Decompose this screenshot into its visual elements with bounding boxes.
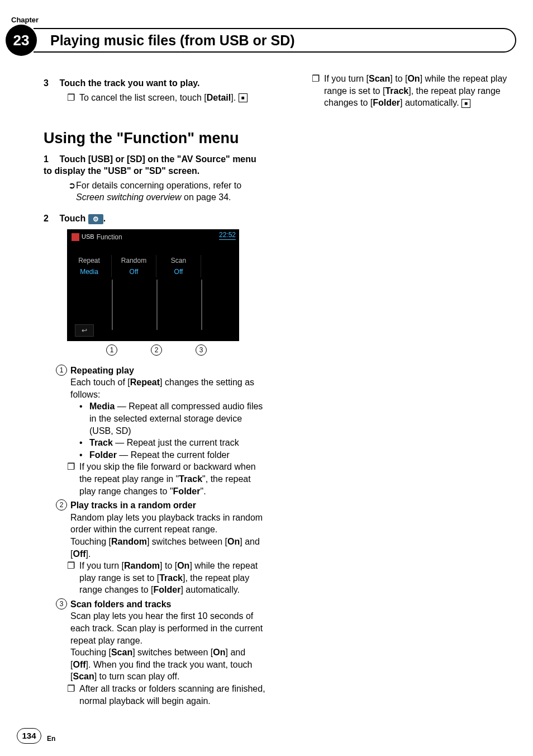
- step-1-ref: ➲ For details concerning operations, ref…: [67, 179, 266, 204]
- step-number: 2: [44, 212, 57, 225]
- note-text: If you skip the file forward or backward…: [79, 461, 266, 497]
- note-text: If you turn [Random] to [On] while the r…: [79, 560, 266, 596]
- media-bullet: •Media — Repeat all compressed audio fil…: [79, 400, 266, 437]
- note-text: To cancel the list screen, touch [Detail…: [79, 92, 266, 104]
- note-icon: ❐: [312, 73, 324, 109]
- usb-icon: [72, 233, 79, 241]
- bold: Random: [124, 561, 160, 570]
- note-icon: ❐: [67, 560, 79, 596]
- page-number: 134: [17, 728, 41, 744]
- step-heading: Touch [USB] or [SD] on the "AV Source" m…: [44, 154, 256, 176]
- random-value: Off: [112, 266, 156, 277]
- enum-2-body1: Random play lets you playback tracks in …: [70, 512, 266, 536]
- step-2: 2 Touch ⚙.: [44, 212, 266, 225]
- step-heading: Touch ⚙.: [59, 214, 106, 223]
- text: For details concerning operations, refer…: [76, 181, 241, 190]
- enum-2-head: 2 Play tracks in a random order: [56, 499, 266, 512]
- callout-1: 1: [106, 344, 117, 356]
- bold: Scan: [369, 74, 390, 83]
- scan-value: Off: [156, 266, 201, 277]
- text: ] automatically.: [180, 585, 240, 594]
- text: on page 34.: [182, 192, 231, 202]
- end-icon: ■: [461, 99, 470, 108]
- text: Each touch of [: [70, 377, 130, 387]
- bold: Random: [111, 537, 147, 546]
- enum-1-head: 1 Repeating play: [56, 365, 266, 377]
- text: Touching [: [70, 537, 111, 546]
- enum-heading: Play tracks in a random order: [70, 499, 196, 512]
- step-number: 3: [44, 77, 57, 89]
- chapter-label: Chapter: [11, 16, 39, 24]
- bold: Folder: [373, 98, 400, 107]
- chapter-number-badge: 23: [6, 25, 37, 56]
- bold: Folder: [173, 486, 201, 496]
- step-1: 1 Touch [USB] or [SD] on the "AV Source"…: [44, 153, 266, 177]
- text: ".: [200, 486, 206, 496]
- bold: Repeat: [130, 377, 160, 387]
- text: Function: [123, 130, 187, 147]
- text: If you turn [: [79, 561, 124, 570]
- note-icon: ❐: [67, 683, 79, 707]
- text: ] to [: [160, 561, 177, 570]
- enum-3-head: 3 Scan folders and tracks: [56, 598, 266, 611]
- bold: Scan: [111, 648, 132, 657]
- step-3-note: ❐ To cancel the list screen, touch [Deta…: [67, 92, 266, 104]
- note-icon: ❐: [67, 461, 79, 497]
- bold: Folder: [89, 450, 117, 460]
- text: — Repeat just the current track: [113, 438, 239, 447]
- text: ] to turn scan play off.: [94, 672, 180, 681]
- enum-3-body2: Touching [Scan] switches between [On] an…: [70, 646, 266, 683]
- bold: On: [213, 648, 225, 657]
- italic: Screen switching overview: [76, 192, 182, 202]
- repeat-value: Media: [67, 266, 112, 277]
- random-button[interactable]: Random: [112, 255, 156, 266]
- language-label: En: [47, 735, 55, 743]
- text: ] switches between [: [132, 648, 213, 657]
- function-label: Function: [97, 233, 122, 242]
- end-icon: ■: [239, 93, 248, 102]
- back-button[interactable]: ↩: [75, 324, 94, 337]
- text: — Repeat all compressed audio files in t…: [89, 401, 263, 435]
- clock: 22:52: [219, 230, 236, 240]
- enum-heading: Scan folders and tracks: [70, 598, 172, 611]
- bullet-icon: •: [79, 400, 89, 437]
- enum-2-body2: Touching [Random] switches between [On] …: [70, 536, 266, 560]
- enum-2-note: ❐ If you turn [Random] to [On] while the…: [67, 560, 266, 596]
- enum-1-body: Each touch of [Repeat] changes the setti…: [70, 376, 266, 400]
- enum-3-body1: Scan play lets you hear the first 10 sec…: [70, 610, 266, 646]
- text: ].: [86, 549, 91, 559]
- enum-number: 2: [56, 499, 67, 511]
- function-menu-screenshot: USB Function 22:52 Repeat Random Scan Me…: [67, 229, 239, 341]
- step-heading: Touch the track you want to play.: [59, 78, 199, 88]
- bold: Off: [73, 549, 85, 559]
- bullet-icon: •: [79, 449, 89, 461]
- text: ] switches between [: [147, 537, 227, 546]
- bold: On: [407, 74, 420, 83]
- enum-number: 1: [56, 365, 67, 376]
- step-number: 1: [44, 153, 57, 166]
- text: ].: [231, 93, 236, 102]
- enum-1-note: ❐ If you skip the file forward or backwa…: [67, 461, 266, 497]
- bold: On: [227, 537, 240, 546]
- bold: Scan: [73, 672, 94, 681]
- reference-icon: ➲: [67, 179, 76, 204]
- enum-heading: Repeating play: [70, 365, 134, 377]
- scan-button[interactable]: Scan: [156, 255, 201, 266]
- bold: Detail: [207, 93, 231, 102]
- folder-bullet: •Folder — Repeat the current folder: [79, 449, 266, 461]
- callout-2: 2: [151, 344, 162, 356]
- repeat-button[interactable]: Repeat: [67, 255, 112, 266]
- text: ] automatically.: [400, 98, 459, 107]
- text: Using the ": [44, 130, 123, 147]
- step-3: 3 Touch the track you want to play.: [44, 77, 266, 89]
- bold: Track: [385, 86, 408, 96]
- bold: On: [177, 561, 189, 570]
- page-title: Playing music files (from USB or SD): [50, 32, 295, 49]
- text: — Repeat the current folder: [117, 450, 230, 460]
- section-heading: Using the "Function" menu: [44, 128, 266, 148]
- note-text: After all tracks or folders scanning are…: [79, 683, 266, 707]
- enum-3-note2: ❐ If you turn [Scan] to [On] while the r…: [312, 73, 511, 109]
- bold: Folder: [154, 585, 181, 594]
- text: Touching [: [70, 648, 111, 657]
- text: " menu: [187, 130, 239, 147]
